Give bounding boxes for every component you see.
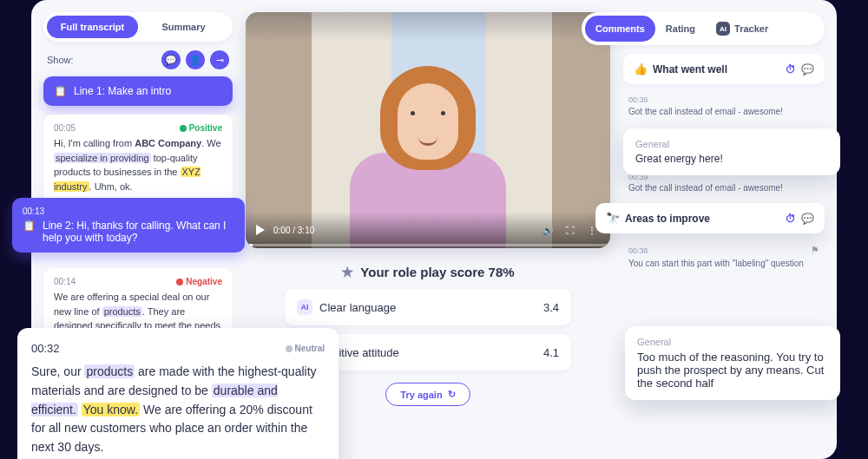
review-tabs: Comments Rating AI Tracker [582,12,825,45]
line2-timestamp: 00:13 [23,207,234,216]
comment-category: General [635,139,828,149]
line-1-label: Line 1: Make an intro [74,85,171,97]
filter-speech-icon[interactable]: 💬 [161,50,181,69]
volume-icon[interactable]: 🔊 [541,223,555,237]
add-time-icon[interactable]: ⏱ [786,63,796,75]
comment-category: General [637,337,828,347]
comment-item[interactable]: 00:36 ⚑ You can start this part with "la… [623,240,825,272]
video-time: 0:00 / 3:10 [273,226,314,235]
comment-text: Too much of the reasoning. You try to pu… [637,351,828,390]
msg3-sentiment: Neutral [286,342,325,356]
transcript-msg-1[interactable]: 00:05 Positive Hi, I'm calling from ABC … [43,115,233,202]
binoculars-icon: 🔭 [606,212,620,225]
transcript-tabs: Full transcript Summary [43,12,233,42]
show-label: Show: [47,55,74,65]
filter-user-icon[interactable]: 👤 [186,50,205,69]
fullscreen-icon[interactable]: ⛶ [563,223,577,237]
msg2-sentiment: Negative [176,277,222,286]
transcript-msg-3-expanded[interactable]: 00:32 Neutral Sure, our products are mad… [17,328,339,459]
msg1-sentiment: Positive [180,123,222,133]
line-2-label: Line 2: Hi, thanks for calling. What can… [43,220,234,244]
thumb-up-icon: 👍 [634,62,648,75]
msg3-body: Sure, our products are made with the hig… [31,363,325,456]
video-player[interactable]: 0:00 / 3:10 🔊 ⛶ ⋮ [246,12,610,248]
went-well-label: What went well [653,63,727,75]
add-comment-icon[interactable]: 💬 [801,63,814,75]
ai-badge-icon: AI [716,22,730,36]
metric-value: 3.4 [543,301,559,314]
flag-icon: ⚑ [811,244,819,257]
msg2-timestamp: 00:14 [54,277,76,286]
progress-bar[interactable] [246,244,610,246]
try-again-button[interactable]: Try again ↻ [385,383,470,406]
line-1-banner[interactable]: 📋 Line 1: Make an intro [43,76,233,106]
play-button[interactable] [256,225,265,235]
tab-summary[interactable]: Summary [138,16,229,38]
star-icon: ★ [341,264,353,280]
retry-icon: ↻ [448,389,456,400]
clipboard-icon: 📋 [23,220,36,232]
metric-row: AI Clear language 3.4 [285,289,571,325]
tab-comments[interactable]: Comments [585,16,655,42]
section-improve[interactable]: 🔭 Areas to improve ⏱ 💬 [595,203,825,233]
msg1-timestamp: 00:05 [54,123,76,133]
clipboard-icon: 📋 [54,85,67,97]
score-label: Your role play score 78% [360,265,514,279]
metric-value: 4.1 [543,346,559,359]
tab-full-transcript[interactable]: Full transcript [47,16,138,38]
tab-rating[interactable]: Rating [655,16,706,42]
add-comment-icon[interactable]: 💬 [801,213,814,225]
improve-label: Areas to improve [625,213,710,225]
filter-key-icon[interactable]: ⊸ [210,50,229,69]
tab-tracker[interactable]: AI Tracker [706,16,779,42]
metric-label: Clear language [319,301,396,314]
ai-badge-icon: AI [297,299,312,315]
comment-item[interactable]: 00:36 Got the call instead of email - aw… [623,91,825,121]
comment-popover-1[interactable]: General Great energy here! [623,128,840,175]
add-time-icon[interactable]: ⏱ [786,213,796,225]
comment-text: Great energy here! [635,153,828,165]
section-went-well[interactable]: 👍 What went well ⏱ 💬 [623,54,825,84]
msg1-body: Hi, I'm calling from ABC Company. We spe… [54,136,222,193]
line-2-banner[interactable]: 00:13 📋 Line 2: Hi, thanks for calling. … [12,198,245,252]
msg3-timestamp: 00:32 [31,340,60,357]
comment-popover-2[interactable]: General Too much of the reasoning. You t… [625,326,840,400]
